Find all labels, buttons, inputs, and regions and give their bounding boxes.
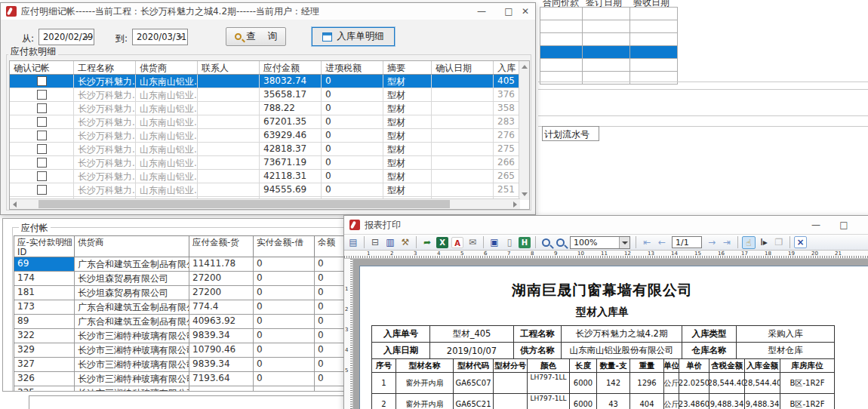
grid-row[interactable]: [540, 20, 678, 33]
column-header[interactable]: 实付金额-借: [254, 236, 315, 257]
table-row: 入库单号型材_405工程名称长沙万科魅力之城4.2期入库类型采购入库: [372, 326, 834, 343]
table-row[interactable]: 长沙万科魅力...山东南山铝业...67201.350型材283: [10, 115, 529, 129]
page-number-input[interactable]: 1/1: [672, 236, 702, 248]
column-header[interactable]: 确认日期: [432, 61, 494, 74]
confirm-checkbox[interactable]: [37, 185, 47, 195]
table-row[interactable]: 长沙万科魅力...山东南山铝业...94555.690型材251: [10, 183, 529, 197]
column-header[interactable]: 应付金额: [260, 61, 322, 74]
column-header[interactable]: 应-实付款明细ID: [14, 236, 75, 257]
scroll-right-icon[interactable]: [513, 201, 517, 208]
scrollbar-thumb[interactable]: [38, 200, 450, 208]
table-row[interactable]: 长沙万科魅力...山东南山铝业...788.220型材358: [10, 102, 529, 115]
options-icon[interactable]: ⚒: [399, 236, 412, 249]
minimize-button[interactable]: —: [469, 3, 494, 20]
page-setup-icon[interactable]: ▥: [383, 236, 397, 249]
close-button[interactable]: ✕: [512, 3, 538, 20]
window-titlebar[interactable]: 应付明细记帐------当前工程：长沙万科魅力之城4.2期------当前用户：…: [1, 3, 535, 20]
column-header[interactable]: 联系人: [198, 61, 260, 74]
column-header[interactable]: 供货商: [75, 236, 189, 257]
table-cell: [189, 386, 254, 392]
maximize-button[interactable]: □: [831, 217, 857, 233]
confirm-checkbox[interactable]: [37, 171, 47, 181]
table-cell: 山东南山铝业...: [136, 183, 198, 196]
vertical-scrollbar[interactable]: [519, 61, 529, 200]
export-html-icon[interactable]: H: [519, 237, 531, 248]
table-row[interactable]: 325长沙市三湘特种玻璃有限公司: [14, 386, 345, 392]
confirm-checkbox[interactable]: [37, 76, 47, 86]
close-preview-icon[interactable]: ×: [794, 236, 807, 248]
table-row[interactable]: 69广东合和建筑五金制品有限公司11411.7800: [14, 257, 345, 272]
column-header[interactable]: 供货商: [136, 61, 198, 74]
table-row[interactable]: 173广东合和建筑五金制品有限公司774.400: [14, 300, 345, 315]
query-button[interactable]: 查 询: [226, 27, 286, 46]
table-row[interactable]: 174长沙坦森贸易有限公司2720000: [14, 272, 345, 286]
inbound-detail-button[interactable]: 入库单明细: [312, 27, 395, 46]
table-row[interactable]: 长沙万科魅力...山东南山铝业...63929.460型材276: [10, 129, 529, 143]
scroll-down-icon[interactable]: [522, 192, 528, 196]
scroll-left-icon[interactable]: [13, 201, 17, 208]
column-header[interactable]: 摘要: [383, 61, 432, 74]
column-header[interactable]: 应付金额-货: [189, 236, 254, 257]
to-date-select[interactable]: 2020/03/31: [132, 29, 188, 45]
grid-cell: [630, 20, 678, 33]
close-button[interactable]: ✕: [860, 217, 868, 233]
export-mail-icon[interactable]: ✉: [466, 236, 479, 249]
confirm-checkbox[interactable]: [37, 117, 47, 127]
export-icon[interactable]: ➦: [420, 236, 434, 249]
first-page-icon[interactable]: ⇤: [640, 236, 654, 249]
grid-row[interactable]: [540, 33, 678, 46]
zoom-level-select[interactable]: 100%: [570, 236, 630, 249]
column-header[interactable]: 工程名称: [74, 61, 136, 74]
confirm-checkbox[interactable]: [37, 90, 47, 100]
column-header: 签订日期: [583, 0, 630, 7]
serial-number-field[interactable]: 计划流水号: [542, 126, 599, 141]
table-row[interactable]: 长沙万科魅力...山东南山铝业...38032.740型材405: [10, 75, 529, 88]
window-titlebar[interactable]: 报表打印 — □ ✕: [344, 216, 868, 234]
table-row[interactable]: 329长沙市三湘特种玻璃有限公司10790.4600: [14, 343, 345, 358]
copy-icon[interactable]: ❐: [772, 236, 786, 249]
zoom-out-icon[interactable]: [556, 238, 565, 247]
background-grid[interactable]: [540, 7, 678, 85]
column-header[interactable]: 入库: [494, 61, 520, 74]
next-page-icon[interactable]: →: [705, 236, 719, 249]
export-pdf-icon[interactable]: A: [451, 237, 463, 248]
save-icon[interactable]: ▣: [488, 236, 501, 249]
table-row[interactable]: 长沙万科魅力...山东南山铝业...73671.190型材266: [10, 156, 529, 170]
preview-icon[interactable]: ▤: [346, 236, 360, 249]
table-row[interactable]: 322长沙市三湘特种玻璃有限公司9839.3400: [14, 329, 345, 343]
horizontal-scrollbar[interactable]: [10, 198, 520, 209]
grid-row[interactable]: [540, 8, 678, 20]
preview-area[interactable]: 12345 湖南巨晟门窗幕墙有限公司 型材入库单 入库单号型材_405工程名称长…: [344, 259, 868, 409]
print-icon[interactable]: ⊟: [368, 236, 382, 249]
grid-row[interactable]: [540, 59, 678, 72]
prev-page-icon[interactable]: ←: [655, 236, 669, 249]
table-row[interactable]: 长沙万科魅力...山东南山铝业...35658.170型材376: [10, 88, 529, 102]
table-cell: 广东合和建筑五金制品有限公司: [75, 315, 189, 328]
text-select-icon[interactable]: I▸: [757, 236, 771, 249]
table-row[interactable]: 89广东合和建筑五金制品有限公司40963.9200: [14, 315, 345, 329]
confirm-checkbox[interactable]: [37, 144, 47, 154]
column-header[interactable]: 确认记帐: [10, 61, 74, 74]
table-row[interactable]: 181长沙坦森贸易有限公司2720000: [14, 286, 345, 300]
hand-tool-icon[interactable]: ☝: [742, 236, 756, 249]
zoom-in-icon[interactable]: [542, 238, 550, 247]
confirm-checkbox[interactable]: [37, 103, 47, 113]
grid-row[interactable]: [540, 46, 678, 59]
chevron-down-icon[interactable]: [619, 237, 629, 248]
grid-cell: [630, 33, 678, 46]
table-row[interactable]: 327长沙市三湘特种玻璃有限公司9839.3400: [14, 358, 345, 372]
table-row[interactable]: 长沙万科魅力...山东南山铝业...42118.310型材265: [10, 170, 529, 183]
table-row[interactable]: 长沙万科魅力...山东南山铝业...42818.370型材275: [10, 143, 529, 156]
column-header[interactable]: 进项税额: [322, 61, 383, 74]
from-date-select[interactable]: 2020/02/29: [38, 29, 94, 45]
page-icon[interactable]: ▯: [503, 236, 516, 249]
scroll-up-icon[interactable]: [522, 65, 528, 69]
last-page-icon[interactable]: ⇥: [720, 236, 734, 249]
column-header[interactable]: 余额: [315, 236, 346, 257]
export-excel-icon[interactable]: X: [436, 237, 448, 248]
grid-row[interactable]: [540, 72, 678, 85]
table-row[interactable]: 326长沙市三湘特种玻璃有限公司7193.6400: [14, 372, 345, 386]
minimize-button[interactable]: —: [803, 217, 829, 233]
confirm-checkbox[interactable]: [37, 158, 47, 168]
confirm-checkbox[interactable]: [37, 131, 47, 140]
